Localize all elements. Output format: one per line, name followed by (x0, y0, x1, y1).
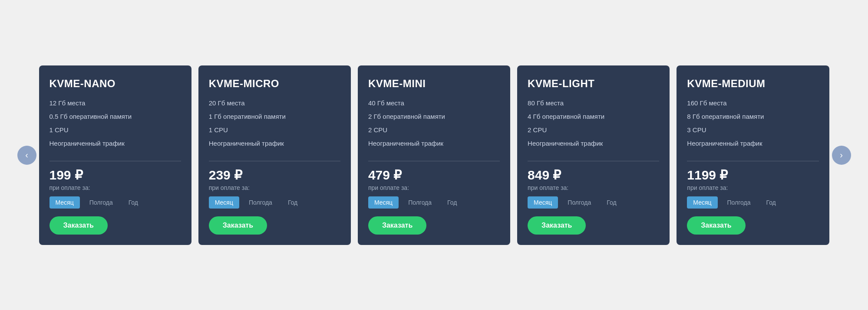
feature-item: 1 Гб оперативной памяти (209, 112, 340, 121)
feature-item: Неограниченный трафик (687, 139, 818, 148)
card-title: KVME-MICRO (209, 78, 340, 90)
period-tab-год[interactable]: Год (760, 196, 782, 209)
period-tab-полгода[interactable]: Полгода (83, 196, 119, 209)
feature-item: 8 Гб оперативной памяти (687, 112, 818, 121)
feature-item: 2 Гб оперативной памяти (368, 112, 500, 121)
cards-container: KVME-NANO12 Гб места0.5 Гб оперативной п… (22, 65, 847, 245)
card-features: 12 Гб места0.5 Гб оперативной памяти1 CP… (50, 98, 181, 152)
period-tab-месяц[interactable]: Месяц (687, 196, 717, 209)
order-button[interactable]: Заказать (528, 216, 586, 235)
nav-next-button[interactable]: › (832, 146, 851, 165)
feature-item: 2 CPU (528, 125, 659, 134)
period-tab-полгода[interactable]: Полгода (243, 196, 278, 209)
feature-item: 3 CPU (687, 125, 818, 134)
order-button[interactable]: Заказать (687, 216, 745, 235)
period-tab-полгода[interactable]: Полгода (561, 196, 597, 209)
carousel-wrapper: ‹ KVME-NANO12 Гб места0.5 Гб оперативной… (22, 65, 847, 245)
feature-item: 4 Гб оперативной памяти (528, 112, 659, 121)
card-title: KVME-MINI (368, 78, 500, 90)
card-features: 40 Гб места2 Гб оперативной памяти2 CPUН… (368, 98, 500, 152)
card-price: 479 ₽ (368, 167, 500, 183)
card-price: 1199 ₽ (687, 167, 818, 183)
feature-item: 20 Гб места (209, 98, 340, 108)
period-tab-полгода[interactable]: Полгода (721, 196, 757, 209)
price-label: при оплате за: (209, 184, 340, 191)
period-tabs: МесяцПолгодаГод (528, 196, 659, 209)
card-divider (209, 161, 340, 161)
period-tabs: МесяцПолгодаГод (50, 196, 181, 209)
feature-item: Неограниченный трафик (50, 139, 181, 148)
order-button[interactable]: Заказать (50, 216, 108, 235)
price-label: при оплате за: (528, 184, 659, 191)
card-features: 80 Гб места4 Гб оперативной памяти2 CPUН… (528, 98, 659, 152)
card-title: KVME-NANO (50, 78, 181, 90)
card-title: KVME-MEDIUM (687, 78, 818, 90)
card-divider (687, 161, 818, 161)
card-kvme-nano: KVME-NANO12 Гб места0.5 Гб оперативной п… (39, 65, 191, 245)
card-title: KVME-LIGHT (528, 78, 659, 90)
card-divider (368, 161, 500, 161)
card-kvme-light: KVME-LIGHT80 Гб места4 Гб оперативной па… (517, 65, 670, 245)
card-price: 199 ₽ (50, 167, 181, 183)
order-button[interactable]: Заказать (368, 216, 426, 235)
period-tabs: МесяцПолгодаГод (209, 196, 340, 209)
period-tab-месяц[interactable]: Месяц (50, 196, 80, 209)
card-features: 20 Гб места1 Гб оперативной памяти1 CPUН… (209, 98, 340, 152)
period-tab-год[interactable]: Год (441, 196, 463, 209)
card-kvme-medium: KVME-MEDIUM160 Гб места8 Гб оперативной … (677, 65, 829, 245)
nav-prev-button[interactable]: ‹ (17, 146, 36, 165)
feature-item: Неограниченный трафик (528, 139, 659, 148)
card-price: 239 ₽ (209, 167, 340, 183)
period-tab-год[interactable]: Год (282, 196, 304, 209)
price-label: при оплате за: (687, 184, 818, 191)
price-label: при оплате за: (368, 184, 500, 191)
period-tab-месяц[interactable]: Месяц (209, 196, 239, 209)
card-price: 849 ₽ (528, 167, 659, 183)
card-kvme-mini: KVME-MINI40 Гб места2 Гб оперативной пам… (358, 65, 510, 245)
feature-item: 160 Гб места (687, 98, 818, 108)
feature-item: 80 Гб места (528, 98, 659, 108)
period-tab-месяц[interactable]: Месяц (368, 196, 399, 209)
period-tabs: МесяцПолгодаГод (687, 196, 818, 209)
period-tab-год[interactable]: Год (601, 196, 622, 209)
price-label: при оплате за: (50, 184, 181, 191)
feature-item: 12 Гб места (50, 98, 181, 108)
feature-item: 2 CPU (368, 125, 500, 134)
feature-item: 40 Гб места (368, 98, 500, 108)
period-tab-год[interactable]: Год (122, 196, 144, 209)
period-tab-полгода[interactable]: Полгода (402, 196, 438, 209)
card-divider (50, 161, 181, 161)
order-button[interactable]: Заказать (209, 216, 267, 235)
feature-item: 1 CPU (209, 125, 340, 134)
feature-item: 1 CPU (50, 125, 181, 134)
period-tab-месяц[interactable]: Месяц (528, 196, 558, 209)
feature-item: Неограниченный трафик (209, 139, 340, 148)
card-divider (528, 161, 659, 161)
period-tabs: МесяцПолгодаГод (368, 196, 500, 209)
feature-item: Неограниченный трафик (368, 139, 500, 148)
card-kvme-micro: KVME-MICRO20 Гб места1 Гб оперативной па… (198, 65, 351, 245)
card-features: 160 Гб места8 Гб оперативной памяти3 CPU… (687, 98, 818, 152)
feature-item: 0.5 Гб оперативной памяти (50, 112, 181, 121)
